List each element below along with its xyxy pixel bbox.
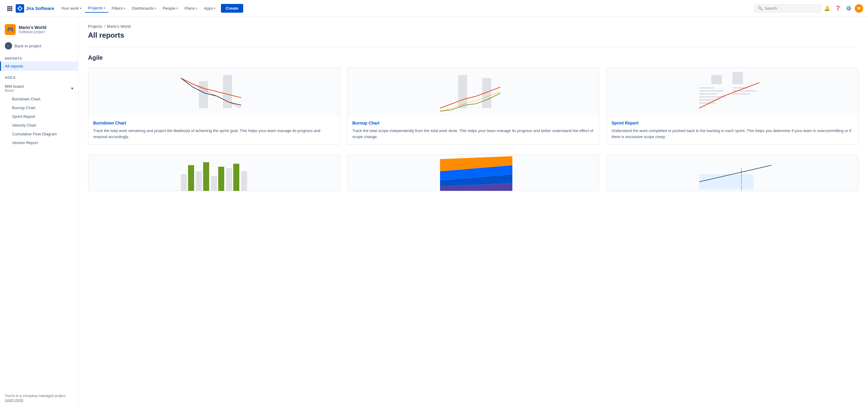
sidebar-item-all-reports[interactable]: All reports (0, 62, 78, 71)
all-reports-label: All reports (5, 64, 23, 68)
reports-section-label: Reports (0, 52, 78, 62)
svg-rect-30 (218, 167, 224, 191)
sidebar-item-cumulative-flow-diagram[interactable]: Cumulative Flow Diagram (10, 130, 73, 138)
search-icon: 🔍 (758, 6, 763, 10)
chart-preview-burndown (88, 67, 340, 116)
svg-rect-23 (711, 75, 722, 84)
sidebar-item-burnup-chart[interactable]: Burnup Chart (10, 103, 73, 112)
settings-button[interactable]: ⚙️ (844, 4, 854, 13)
sidebar-item-velocity-chart[interactable]: Velocity Chart (10, 121, 73, 130)
card-desc-burndown: Track the total work remaining and proje… (93, 128, 335, 139)
svg-rect-28 (203, 162, 209, 191)
chevron-icon: ▾ (176, 7, 178, 10)
card-title-sprint: Sprint Report (612, 121, 853, 125)
chart-preview-velocity (88, 155, 340, 191)
logo-text: Jira Software (26, 6, 54, 11)
sidebar-item-burndown-chart[interactable]: Burndown Chart (10, 95, 73, 103)
chevron-icon: ▾ (214, 7, 216, 10)
sidebar-item-sprint-report[interactable]: Sprint Report (10, 112, 73, 121)
svg-rect-12 (458, 75, 467, 108)
chevron-icon: ▾ (104, 6, 105, 10)
nav-item-projects[interactable]: Projects ▾ (85, 4, 108, 13)
sidebar-footer: You're in a company-managed project Lear… (0, 389, 78, 407)
nav-item-plans[interactable]: Plans ▾ (181, 4, 200, 12)
user-avatar[interactable]: M (855, 4, 863, 13)
chevron-icon: ▾ (80, 7, 82, 10)
svg-rect-27 (196, 171, 202, 191)
svg-rect-40 (699, 174, 753, 189)
report-card-velocity[interactable] (88, 154, 340, 191)
svg-rect-7 (9, 10, 10, 11)
chart-preview-version (607, 155, 858, 191)
svg-rect-14 (699, 87, 714, 89)
breadcrumb-project[interactable]: Mario's World (107, 24, 131, 29)
chart-preview-burnup (347, 67, 599, 116)
project-header: 🎮 Mario's World Software project (0, 22, 78, 40)
back-label: Back to project (14, 44, 41, 48)
svg-rect-6 (7, 10, 9, 11)
svg-rect-16 (699, 93, 717, 95)
svg-rect-33 (241, 171, 247, 191)
svg-rect-29 (211, 176, 217, 191)
nav-item-your-work[interactable]: Your work ▾ (58, 4, 84, 12)
breadcrumb-projects[interactable]: Projects (88, 24, 102, 29)
svg-rect-22 (733, 93, 750, 95)
svg-rect-1 (9, 6, 10, 7)
svg-rect-26 (188, 165, 194, 191)
chevron-down-icon: ▾ (71, 86, 73, 91)
report-card-cumulative[interactable] (347, 154, 599, 191)
board-section: MW board Board ▾ Burndown ChartBurnup Ch… (0, 81, 78, 148)
sidebar-item-version-report[interactable]: Version Report (10, 138, 73, 147)
svg-rect-32 (233, 164, 239, 191)
report-card-sprint[interactable]: Sprint Report Understand the work comple… (607, 67, 858, 145)
breadcrumb-separator: / (104, 24, 105, 29)
board-name: MW board (5, 84, 24, 89)
svg-rect-10 (199, 81, 208, 108)
board-header[interactable]: MW board Board ▾ (5, 82, 73, 95)
back-to-project-button[interactable]: ← Back to project (0, 40, 78, 52)
chart-preview-cumulative (347, 155, 599, 191)
search-box[interactable]: 🔍 (755, 4, 821, 12)
svg-rect-19 (699, 102, 716, 104)
help-button[interactable]: ❓ (833, 4, 843, 13)
main-content: Projects / Mario's World All reports Agi… (79, 17, 868, 407)
notifications-button[interactable]: 🔔 (822, 4, 832, 13)
svg-rect-25 (181, 174, 187, 191)
svg-rect-2 (11, 6, 12, 7)
nav-item-dashboards[interactable]: Dashboards ▾ (129, 4, 159, 12)
report-card-version[interactable] (607, 154, 858, 191)
card-title-burnup: Burnup Chart (352, 121, 594, 125)
card-desc-burnup: Track the total scope independently from… (352, 128, 594, 139)
grid-menu-icon[interactable] (5, 4, 14, 13)
main-layout: 🎮 Mario's World Software project ← Back … (0, 17, 868, 407)
nav-item-people[interactable]: People ▾ (160, 4, 181, 12)
sidebar: 🎮 Mario's World Software project ← Back … (0, 17, 79, 407)
reports-grid: Burndown Chart Track the total work rema… (88, 67, 858, 145)
board-subitems: Burndown ChartBurnup ChartSprint ReportV… (5, 95, 73, 147)
chevron-icon: ▾ (195, 7, 197, 10)
jira-logo[interactable]: Jira Software (16, 4, 54, 13)
report-card-burnup[interactable]: Burnup Chart Track the total scope indep… (347, 67, 599, 145)
create-button[interactable]: Create (221, 4, 243, 13)
breadcrumb: Projects / Mario's World (88, 24, 858, 29)
project-type: Software project (19, 30, 46, 34)
company-managed-text: You're in a company-managed project (5, 394, 65, 398)
page-title: All reports (88, 31, 858, 39)
svg-rect-5 (11, 8, 12, 9)
agile-section-label: AGILE (0, 71, 78, 81)
agile-section-title: Agile (88, 54, 858, 61)
report-card-burndown[interactable]: Burndown Chart Track the total work rema… (88, 67, 340, 145)
chart-preview-sprint (607, 67, 858, 116)
reports-grid-second-row (88, 154, 858, 191)
search-input[interactable] (765, 6, 818, 10)
learn-more-link[interactable]: Learn more (5, 398, 23, 402)
svg-rect-15 (699, 90, 723, 92)
project-name: Mario's World (19, 25, 46, 30)
svg-rect-3 (7, 8, 9, 9)
nav-item-filters[interactable]: Filters ▾ (109, 4, 128, 12)
svg-rect-4 (9, 8, 10, 9)
card-desc-sprint: Understand the work completed or pushed … (612, 128, 853, 139)
nav-item-apps[interactable]: Apps ▾ (201, 4, 218, 12)
chevron-icon: ▾ (124, 7, 125, 10)
svg-rect-24 (733, 72, 743, 84)
